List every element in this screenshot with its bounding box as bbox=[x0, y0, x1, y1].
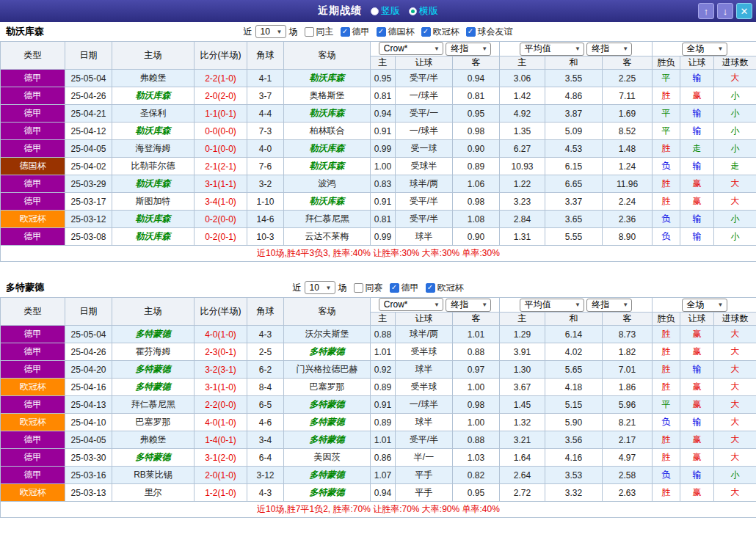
avg-home-odds: 3.06 bbox=[500, 70, 545, 87]
handicap-line: 平手 bbox=[396, 467, 453, 484]
league-badge: 德甲 bbox=[1, 431, 65, 449]
checkbox-icon bbox=[354, 283, 363, 293]
chevron-down-icon: ▼ bbox=[718, 302, 724, 308]
home-team: 多特蒙德 bbox=[112, 361, 195, 379]
col-type: 类型 bbox=[1, 298, 65, 326]
avg-stage-select-value: 终指 bbox=[592, 43, 609, 55]
match-score: 2-2(1-0) bbox=[195, 70, 247, 87]
bookmaker-select[interactable]: Crow*▼ bbox=[379, 298, 443, 311]
corner-score: 3-2 bbox=[247, 175, 284, 193]
avg-stage-select[interactable]: 终指▼ bbox=[586, 299, 632, 312]
match-date: 25-03-17 bbox=[65, 193, 112, 211]
handicap-line: 受平/半 bbox=[396, 431, 453, 449]
handicap-line: 受平/半 bbox=[396, 70, 453, 87]
away-team: 多特蒙德 bbox=[284, 431, 371, 449]
result-handicap: 赢 bbox=[680, 193, 714, 211]
radio-icon bbox=[371, 7, 379, 15]
checkbox-label: 欧冠杯 bbox=[433, 26, 459, 38]
league-badge: 德甲 bbox=[1, 361, 65, 379]
recent-count-value: 10 bbox=[310, 282, 319, 293]
filter-checkbox[interactable]: ✓欧冠杯 bbox=[426, 282, 464, 294]
handicap-home-odds: 0.88 bbox=[371, 326, 396, 343]
filter-checkbox[interactable]: ✓德国杯 bbox=[377, 26, 415, 38]
recent-count-select[interactable]: 10▼ bbox=[305, 281, 335, 294]
handicap-line: 球半/两 bbox=[396, 326, 453, 343]
bookmaker-select[interactable]: Crow*▼ bbox=[379, 42, 443, 55]
match-date: 25-04-05 bbox=[65, 431, 112, 449]
chevron-down-icon: ▼ bbox=[481, 45, 487, 52]
avg-away-odds: 1.24 bbox=[603, 158, 653, 175]
period-select[interactable]: 全场▼ bbox=[682, 299, 727, 312]
odds-stage-select[interactable]: 终指▼ bbox=[446, 299, 491, 312]
period-select[interactable]: 全场▼ bbox=[682, 43, 727, 56]
away-team: 勒沃库森 bbox=[284, 70, 371, 87]
avg-away-odds: 11.96 bbox=[603, 175, 653, 193]
europe-odds-group: 平均值▼ 终指▼ bbox=[500, 42, 653, 56]
avg-away-odds: 2.63 bbox=[603, 484, 653, 502]
col-handicap-home: 主 bbox=[371, 56, 396, 70]
handicap-away-odds: 0.89 bbox=[453, 158, 500, 175]
corner-score: 7-3 bbox=[247, 123, 284, 140]
handicap-home-odds: 1.07 bbox=[371, 467, 396, 484]
chevron-down-icon: ▼ bbox=[575, 45, 581, 52]
home-team: 勒沃库森 bbox=[112, 228, 195, 246]
home-team: 霍芬海姆 bbox=[112, 343, 195, 361]
filter-checkbox[interactable]: ✓欧冠杯 bbox=[421, 26, 459, 38]
avg-draw-odds: 5.55 bbox=[545, 228, 603, 246]
home-team: RB莱比锡 bbox=[112, 467, 195, 484]
match-row: 德甲25-04-05海登海姆0-1(0-0)4-0勒沃库森0.99受一球0.90… bbox=[1, 140, 756, 158]
layout-radio-vertical[interactable]: 竖版 bbox=[371, 4, 400, 18]
avg-draw-odds: 3.65 bbox=[545, 211, 603, 228]
layout-radio-horizontal[interactable]: 横版 bbox=[409, 4, 438, 18]
handicap-away-odds: 0.97 bbox=[453, 361, 500, 379]
avg-draw-odds: 5.15 bbox=[545, 396, 603, 414]
avg-stage-select[interactable]: 终指▼ bbox=[586, 43, 632, 56]
result-handicap: 输 bbox=[680, 228, 714, 246]
league-badge: 德甲 bbox=[1, 123, 65, 140]
avg-draw-odds: 4.86 bbox=[545, 87, 603, 105]
col-home: 主场 bbox=[112, 298, 195, 326]
page-title: 近期战绩 bbox=[318, 4, 362, 18]
filter-checkbox[interactable]: 同赛 bbox=[354, 282, 383, 294]
checkbox-label: 同赛 bbox=[366, 282, 383, 294]
league-badge: 欧冠杯 bbox=[1, 414, 65, 431]
match-date: 25-04-21 bbox=[65, 105, 112, 123]
filter-checkbox[interactable]: ✓球会友谊 bbox=[466, 26, 513, 38]
home-team: 巴塞罗那 bbox=[112, 414, 195, 431]
move-down-button[interactable]: ↓ bbox=[717, 3, 733, 19]
corner-score: 7-6 bbox=[247, 158, 284, 175]
avg-odds-select[interactable]: 平均值▼ bbox=[520, 43, 584, 56]
result-handicap: 赢 bbox=[680, 431, 714, 449]
result-goals: 小 bbox=[714, 140, 756, 158]
move-up-button[interactable]: ↑ bbox=[698, 3, 714, 19]
avg-odds-select[interactable]: 平均值▼ bbox=[520, 299, 584, 312]
team-name: 多特蒙德 bbox=[6, 281, 44, 294]
odds-stage-select[interactable]: 终指▼ bbox=[446, 43, 491, 56]
close-button[interactable]: ✕ bbox=[736, 3, 752, 19]
corner-score: 1-10 bbox=[247, 193, 284, 211]
recent-count-select[interactable]: 10▼ bbox=[255, 25, 286, 38]
handicap-home-odds: 0.91 bbox=[371, 396, 396, 414]
handicap-line: 受平/半 bbox=[396, 211, 453, 228]
match-score: 2-3(0-1) bbox=[195, 343, 247, 361]
filter-checkbox[interactable]: 同主 bbox=[305, 26, 334, 38]
filter-checkbox[interactable]: ✓德甲 bbox=[341, 26, 370, 38]
filter-checkbox[interactable]: ✓德甲 bbox=[390, 282, 419, 294]
handicap-home-odds: 0.94 bbox=[371, 484, 396, 502]
checkbox-label: 德甲 bbox=[401, 282, 419, 294]
col-date: 日期 bbox=[65, 298, 112, 326]
col-result-wdl: 胜负 bbox=[653, 313, 680, 326]
home-team: 海登海姆 bbox=[112, 140, 195, 158]
handicap-away-odds: 1.03 bbox=[453, 449, 500, 467]
avg-home-odds: 2.64 bbox=[500, 467, 545, 484]
match-date: 25-04-10 bbox=[65, 414, 112, 431]
match-date: 25-04-05 bbox=[65, 140, 112, 158]
league-badge: 德甲 bbox=[1, 87, 65, 105]
corner-score: 2-5 bbox=[247, 343, 284, 361]
result-handicap: 赢 bbox=[680, 379, 714, 396]
result-wdl: 胜 bbox=[653, 87, 680, 105]
handicap-away-odds: 1.01 bbox=[453, 326, 500, 343]
corner-score: 4-3 bbox=[247, 326, 284, 343]
avg-home-odds: 3.21 bbox=[500, 431, 545, 449]
window-controls: ↑ ↓ ✕ bbox=[698, 3, 752, 19]
